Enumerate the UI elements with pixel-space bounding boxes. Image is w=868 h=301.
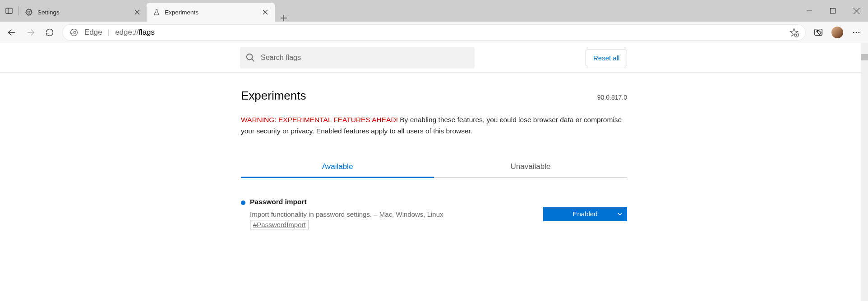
shopping-tag-icon: [813, 27, 823, 37]
minimize-button[interactable]: [798, 0, 821, 22]
flag-tabs: Available Unavailable: [241, 157, 627, 178]
close-icon: [134, 9, 140, 15]
tab-actions-icon: [5, 7, 13, 15]
search-icon: [245, 53, 255, 63]
browser-toolbar: Edge | edge://flags: [0, 22, 868, 43]
svg-point-23: [856, 32, 857, 33]
tab-settings-title: Settings: [37, 9, 128, 16]
tab-settings-close[interactable]: [132, 7, 142, 17]
flag-state-value: Enabled: [573, 210, 597, 218]
minimize-icon: [807, 8, 812, 14]
edge-logo-icon: [69, 27, 79, 37]
page-viewport: Reset all Experiments 90.0.817.0 WARNING…: [0, 43, 868, 301]
new-tab-button[interactable]: [275, 14, 293, 22]
maximize-icon: [830, 8, 836, 14]
svg-point-24: [859, 32, 860, 33]
reset-all-button[interactable]: Reset all: [586, 50, 627, 66]
tab-experiments-close[interactable]: [260, 7, 270, 17]
svg-line-26: [252, 59, 254, 62]
flag-state-select[interactable]: Enabled: [543, 207, 627, 221]
svg-point-25: [247, 54, 253, 60]
tab-strip: Settings Experiments: [18, 0, 293, 22]
menu-button[interactable]: [847, 23, 865, 41]
warning-headline: WARNING: EXPERIMENTAL FEATURES AHEAD!: [241, 116, 398, 123]
shopping-button[interactable]: [809, 23, 827, 41]
window-controls: [798, 0, 868, 22]
favorite-button[interactable]: [787, 23, 801, 41]
svg-rect-0: [6, 8, 12, 14]
svg-point-15: [71, 29, 78, 36]
addressbar-url: edge://flags: [115, 28, 155, 37]
avatar: [831, 27, 843, 38]
flag-anchor-link[interactable]: #PasswordImport: [250, 220, 309, 229]
close-icon: [263, 9, 268, 15]
forward-button[interactable]: [22, 23, 40, 41]
scrollbar-vertical[interactable]: [861, 43, 868, 301]
address-bar[interactable]: Edge | edge://flags: [62, 24, 806, 41]
tab-available[interactable]: Available: [241, 157, 434, 178]
profile-button[interactable]: [828, 23, 846, 41]
url-path: flags: [139, 28, 155, 36]
arrow-right-icon: [26, 27, 36, 37]
plus-icon: [280, 14, 287, 22]
arrow-left-icon: [7, 27, 17, 37]
svg-rect-10: [831, 9, 836, 14]
flag-title: Password import: [250, 198, 539, 206]
addressbar-product-label: Edge: [84, 28, 102, 37]
flag-description: Import functionality in password setting…: [250, 210, 539, 218]
addressbar-separator: |: [108, 28, 110, 37]
close-icon: [854, 8, 859, 14]
search-input[interactable]: [261, 54, 469, 62]
svg-point-2: [28, 11, 30, 14]
tab-experiments[interactable]: Experiments: [147, 3, 275, 22]
warning-text: WARNING: EXPERIMENTAL FEATURES AHEAD! By…: [241, 114, 627, 137]
search-row: Reset all: [240, 43, 628, 72]
refresh-button[interactable]: [41, 23, 59, 41]
svg-point-22: [853, 32, 854, 33]
chevron-down-icon: [617, 211, 623, 217]
page-title: Experiments: [241, 89, 306, 103]
tab-unavailable[interactable]: Unavailable: [434, 157, 627, 178]
search-box[interactable]: [240, 47, 475, 68]
browser-titlebar: Settings Experiments: [0, 0, 868, 22]
back-button[interactable]: [3, 23, 21, 41]
maximize-button[interactable]: [821, 0, 845, 22]
tab-experiments-title: Experiments: [165, 9, 256, 16]
close-window-button[interactable]: [845, 0, 868, 22]
star-add-icon: [789, 27, 799, 37]
tab-actions-button[interactable]: [0, 0, 18, 22]
tab-settings[interactable]: Settings: [18, 3, 147, 22]
flag-item: Password import Import functionality in …: [241, 198, 627, 229]
url-protocol: edge://: [115, 28, 139, 36]
flask-icon: [153, 9, 160, 16]
version-label: 90.0.817.0: [597, 94, 627, 101]
scrollbar-thumb[interactable]: [861, 54, 868, 60]
gear-icon: [25, 8, 33, 16]
more-horizontal-icon: [852, 28, 861, 37]
flag-modified-indicator: [241, 201, 245, 205]
refresh-icon: [45, 28, 54, 37]
